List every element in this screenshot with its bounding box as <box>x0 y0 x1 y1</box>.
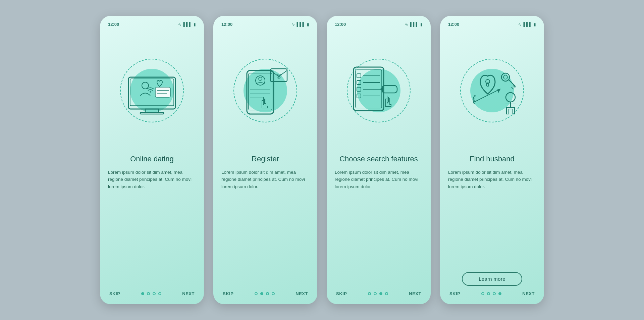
svg-point-4 <box>142 82 149 89</box>
title-find-husband: Find husband <box>470 154 514 164</box>
dot-3-4 <box>385 292 388 295</box>
skip-button-3[interactable]: SKIP <box>336 291 347 296</box>
status-time-2: 12:00 <box>221 22 232 27</box>
svg-rect-25 <box>357 87 361 91</box>
battery-icon-3: ▮ <box>420 22 423 27</box>
wifi-icon-1: ∿ <box>178 22 181 27</box>
title-register: Register <box>252 154 279 164</box>
dot-4-2 <box>487 292 490 295</box>
status-icons-1: ∿ ▌▌▌ ▮ <box>178 22 196 27</box>
illustration-online-dating <box>115 34 189 148</box>
dot-3-3 <box>379 292 382 295</box>
svg-rect-24 <box>357 81 361 85</box>
register-svg: @ <box>232 54 299 127</box>
illustration-search <box>342 34 416 148</box>
svg-rect-6 <box>155 87 170 97</box>
svg-marker-43 <box>497 89 500 93</box>
wifi-icon-4: ∿ <box>518 22 522 27</box>
body-online-dating: Lorem ipsum dolor sit dim amet, mea regi… <box>108 169 196 286</box>
skip-button-2[interactable]: SKIP <box>223 291 233 296</box>
svg-point-39 <box>503 75 507 79</box>
svg-rect-3 <box>140 112 164 114</box>
next-button-2[interactable]: NEXT <box>296 291 308 296</box>
skip-button-1[interactable]: SKIP <box>109 291 120 296</box>
body-search-features: Lorem ipsum dolor sit dim amet, mea regi… <box>335 169 423 286</box>
svg-rect-10 <box>249 73 272 110</box>
title-online-dating: Online dating <box>130 154 174 164</box>
signal-icon-4: ▌▌▌ <box>523 22 532 27</box>
dot-4-1 <box>481 292 484 295</box>
next-button-3[interactable]: NEXT <box>409 291 421 296</box>
status-time-3: 12:00 <box>335 22 346 27</box>
skip-button-4[interactable]: SKIP <box>449 291 460 296</box>
status-bar-4: 12:00 ∿ ▌▌▌ ▮ <box>448 22 536 27</box>
status-icons-4: ∿ ▌▌▌ ▮ <box>518 22 536 27</box>
status-icons-2: ∿ ▌▌▌ ▮ <box>291 22 309 27</box>
dot-1-1 <box>141 292 144 295</box>
svg-rect-26 <box>357 94 361 98</box>
svg-rect-23 <box>357 74 361 78</box>
status-bar-1: 12:00 ∿ ▌▌▌ ▮ <box>108 22 196 27</box>
svg-text:@: @ <box>276 73 282 79</box>
screen-search-features: 12:00 ∿ ▌▌▌ ▮ <box>327 16 431 304</box>
nav-bar-3: SKIP NEXT <box>335 291 423 296</box>
body-find-husband: Lorem ipsum dolor sit dim amet, mea regi… <box>448 169 536 267</box>
dot-3-1 <box>368 292 371 295</box>
battery-icon-4: ▮ <box>534 22 536 27</box>
screen-register: 12:00 ∿ ▌▌▌ ▮ <box>213 16 317 304</box>
dot-2-3 <box>266 292 269 295</box>
signal-icon-2: ▌▌▌ <box>297 22 305 27</box>
learn-more-button[interactable]: Learn more <box>462 272 522 286</box>
status-time-4: 12:00 <box>448 22 459 27</box>
next-button-1[interactable]: NEXT <box>182 291 195 296</box>
svg-point-12 <box>259 77 262 81</box>
svg-line-42 <box>512 87 514 89</box>
dot-4-3 <box>493 292 496 295</box>
screens-container: 12:00 ∿ ▌▌▌ ▮ <box>100 16 544 304</box>
svg-point-5 <box>150 91 151 93</box>
dot-1-3 <box>153 292 156 295</box>
title-search-features: Choose search features <box>339 154 418 164</box>
illustration-find-husband <box>455 34 529 148</box>
signal-icon-3: ▌▌▌ <box>410 22 419 27</box>
husband-svg <box>457 52 527 129</box>
illustration-register: @ <box>228 34 302 148</box>
svg-marker-32 <box>380 87 383 91</box>
nav-dots-2 <box>255 292 275 295</box>
dot-3-2 <box>374 292 377 295</box>
search-svg <box>343 54 414 127</box>
dot-4-4 <box>498 292 501 295</box>
screen-online-dating: 12:00 ∿ ▌▌▌ ▮ <box>100 16 204 304</box>
dot-2-4 <box>272 292 275 295</box>
next-button-4[interactable]: NEXT <box>522 291 535 296</box>
dot-1-2 <box>147 292 150 295</box>
nav-dots-3 <box>368 292 388 295</box>
dot-2-1 <box>255 292 258 295</box>
nav-bar-4: SKIP NEXT <box>448 291 536 296</box>
screen-find-husband: 12:00 ∿ ▌▌▌ ▮ <box>440 16 544 304</box>
nav-bar-2: SKIP NEXT <box>221 291 309 296</box>
nav-bar-1: SKIP NEXT <box>108 291 196 296</box>
body-register: Lorem ipsum dolor sit dim amet, mea regi… <box>221 169 309 286</box>
dating-svg <box>118 57 185 124</box>
battery-icon-2: ▮ <box>307 22 309 27</box>
nav-dots-1 <box>141 292 161 295</box>
battery-icon-1: ▮ <box>194 22 196 27</box>
svg-line-40 <box>509 80 516 87</box>
svg-rect-31 <box>382 86 397 93</box>
status-icons-3: ∿ ▌▌▌ ▮ <box>405 22 423 27</box>
wifi-icon-3: ∿ <box>405 22 408 27</box>
svg-point-38 <box>501 73 509 81</box>
dot-1-4 <box>158 292 161 295</box>
dot-2-2 <box>260 292 263 295</box>
status-time-1: 12:00 <box>108 22 119 27</box>
status-bar-2: 12:00 ∿ ▌▌▌ ▮ <box>221 22 309 27</box>
status-bar-3: 12:00 ∿ ▌▌▌ ▮ <box>335 22 423 27</box>
signal-icon-1: ▌▌▌ <box>183 22 192 27</box>
svg-point-45 <box>506 93 515 102</box>
nav-dots-4 <box>481 292 501 295</box>
wifi-icon-2: ∿ <box>291 22 295 27</box>
